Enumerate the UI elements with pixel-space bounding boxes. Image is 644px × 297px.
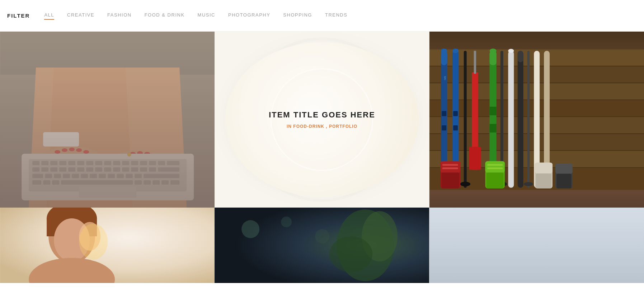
coffee-cat-portfolio[interactable]: PORTFOLIO	[329, 124, 357, 129]
plant-overlay-title: PLANT ITEM	[297, 239, 347, 247]
filter-item-music[interactable]: MUSIC	[198, 12, 215, 19]
filter-item-shopping[interactable]: SHOPPING	[283, 12, 312, 19]
filter-item-food-drink[interactable]: FOOD & DRINK	[145, 12, 185, 19]
filter-item-trends[interactable]: TRENDS	[325, 12, 347, 19]
bottom-row: PERSON ITEM PLANT ITEM	[0, 208, 644, 283]
laptop-overlay-title: LAPTOP ITEM	[79, 113, 135, 122]
coffee-overlay: ITEM TITLE GOES HERE in FOOD-DRINK , POR…	[215, 32, 429, 208]
grid-item-plant[interactable]: PLANT ITEM	[215, 208, 429, 283]
grid-item-ski[interactable]: SKI	[429, 32, 644, 208]
filter-item-photography[interactable]: PHOTOGRAPHY	[228, 12, 270, 19]
filter-item-all[interactable]: ALL	[44, 12, 54, 19]
grid-container: LAPTOP ITEM	[0, 32, 644, 208]
filter-item-creative[interactable]: CREATIVE	[67, 12, 94, 19]
coffee-cat-separator: ,	[326, 124, 329, 129]
coffee-overlay-categories: in FOOD-DRINK , PORTFOLIO	[287, 124, 357, 129]
grid-item-laptop[interactable]: LAPTOP ITEM	[0, 32, 215, 208]
grid-item-person[interactable]: PERSON ITEM	[0, 208, 215, 283]
person-overlay-title: PERSON ITEM	[79, 239, 136, 247]
grid-item-light[interactable]: LIGHT ITEM	[429, 208, 644, 283]
filter-label: FILTER	[7, 13, 30, 19]
coffee-overlay-prefix: in	[287, 124, 293, 129]
grid-item-coffee[interactable]: ITEM TITLE GOES HERE in FOOD-DRINK , POR…	[215, 32, 429, 208]
filter-item-fashion[interactable]: FASHION	[107, 12, 132, 19]
light-overlay-title: LIGHT ITEM	[513, 239, 560, 247]
coffee-cat-food[interactable]: FOOD-DRINK	[293, 124, 324, 129]
filter-nav: FILTER ALL CREATIVE FASHION FOOD & DRINK…	[0, 0, 644, 32]
ski-overlay-title: SKI ITEM	[518, 113, 555, 122]
coffee-overlay-title: ITEM TITLE GOES HERE	[269, 110, 375, 120]
filter-list: ALL CREATIVE FASHION FOOD & DRINK MUSIC …	[44, 12, 347, 19]
